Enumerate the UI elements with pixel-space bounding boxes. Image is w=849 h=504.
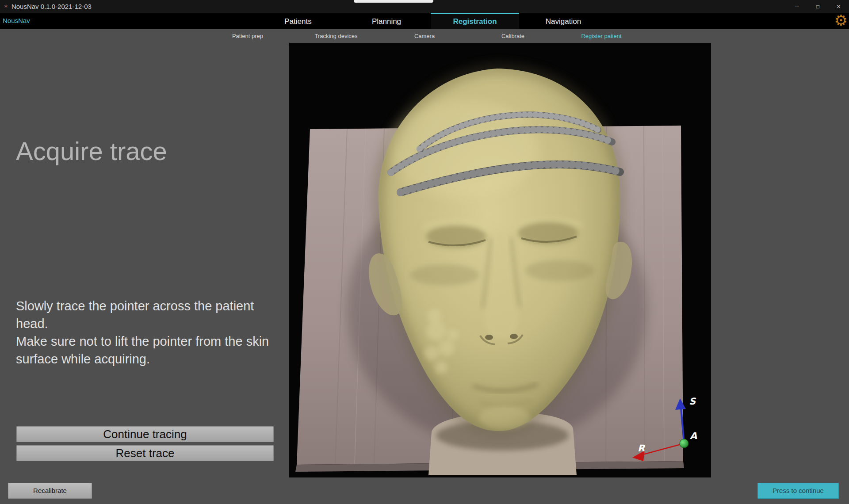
step-tracking-devices[interactable]: Tracking devices	[292, 33, 380, 39]
recalibrate-button[interactable]: Recalibrate	[8, 483, 92, 499]
registration-steps: Patient prep Tracking devices Camera Cal…	[0, 29, 849, 43]
axis-a-label: A	[690, 431, 697, 441]
screen-top-pill	[354, 0, 433, 3]
tab-planning[interactable]: Planning	[342, 13, 431, 29]
reset-trace-button[interactable]: Reset trace	[16, 445, 274, 461]
step-calibrate[interactable]: Calibrate	[469, 33, 557, 39]
brand-label: NousNav	[3, 13, 30, 29]
axis-r-label: R	[638, 443, 646, 454]
tab-patients[interactable]: Patients	[254, 13, 342, 29]
tab-navigation[interactable]: Navigation	[519, 13, 608, 29]
minimize-icon: ─	[795, 4, 799, 10]
3d-viewport[interactable]: S A R	[289, 43, 711, 477]
nav-tabs: Patients Planning Registration Navigatio…	[254, 13, 608, 29]
instruction-line-2: Make sure not to lift the pointer from t…	[16, 332, 272, 368]
step-camera[interactable]: Camera	[380, 33, 469, 39]
axis-s-label: S	[689, 396, 696, 407]
step-register-patient[interactable]: Register patient	[557, 33, 646, 39]
window-controls: ─ □ ✕	[787, 0, 849, 13]
main-navbar: NousNav Patients Planning Registration N…	[0, 13, 849, 29]
step-patient-prep[interactable]: Patient prep	[203, 33, 292, 39]
close-button[interactable]: ✕	[828, 0, 849, 13]
application-window: ✶ NousNav 0.1.0-2021-12-03 ─ □ ✕ NousNav…	[0, 0, 849, 504]
instructions-text: Slowly trace the pointer across the pati…	[16, 297, 272, 368]
app-logo-icon: ✶	[4, 3, 8, 10]
axis-a-sphere	[680, 439, 688, 448]
close-icon: ✕	[836, 4, 841, 10]
minimize-button[interactable]: ─	[787, 0, 807, 13]
settings-gear-icon[interactable]: ⚙	[834, 11, 848, 29]
tab-registration[interactable]: Registration	[431, 13, 519, 29]
instruction-line-1: Slowly trace the pointer across the pati…	[16, 297, 272, 332]
maximize-icon: □	[816, 4, 819, 10]
continue-tracing-button[interactable]: Continue tracing	[16, 426, 274, 442]
maximize-button[interactable]: □	[807, 0, 828, 13]
page-title: Acquire trace	[16, 136, 167, 166]
3d-render: S A R	[289, 43, 711, 477]
window-title: NousNav 0.1.0-2021-12-03	[11, 3, 92, 10]
press-to-continue-button[interactable]: Press to continue	[757, 483, 839, 499]
